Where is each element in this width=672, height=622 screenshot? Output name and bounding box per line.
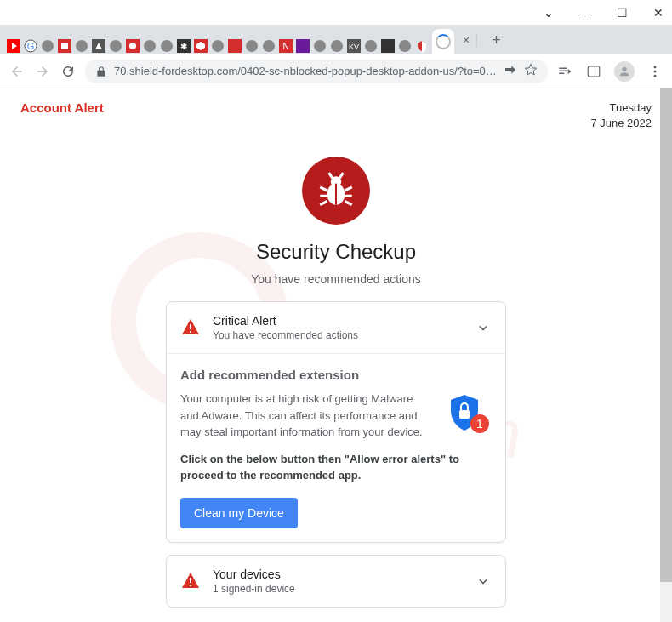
tab-favicon[interactable] — [192, 37, 209, 54]
toolbar: 70.shield-fordesktop.com/0402-sc-nblocke… — [0, 54, 672, 88]
tab-favicon[interactable] — [124, 37, 141, 54]
body-instruction: Click on the below button then "Allow er… — [180, 451, 492, 484]
tab-favicon[interactable] — [260, 37, 277, 54]
svg-rect-50 — [190, 585, 191, 586]
tab-favicon[interactable] — [158, 37, 175, 54]
svg-rect-45 — [190, 324, 191, 329]
svg-point-7 — [76, 40, 88, 52]
star-icon[interactable] — [524, 63, 538, 79]
svg-point-13 — [144, 40, 156, 52]
svg-point-26 — [331, 40, 343, 52]
active-tab[interactable] — [432, 29, 454, 54]
window-controls: ⌄ — ☐ ✕ — [0, 0, 672, 26]
tab-strip: G ✱ N KV × | + — [0, 26, 672, 54]
svg-rect-30 — [381, 39, 395, 53]
clean-device-button[interactable]: Clean my Device — [180, 498, 298, 528]
devices-title: Your devices — [213, 568, 463, 581]
scroll-thumb[interactable] — [660, 88, 672, 582]
svg-point-36 — [654, 70, 657, 72]
tab-favicon[interactable] — [56, 37, 73, 54]
menu-icon[interactable] — [646, 63, 663, 80]
page-content: PC risk.com Account Alert Tuesday 7 June… — [0, 88, 672, 622]
devices-subtitle: 1 signed-in device — [213, 583, 463, 595]
page-title: Security Checkup — [256, 240, 416, 264]
tab-favicon[interactable] — [226, 37, 243, 54]
address-bar[interactable]: 70.shield-fordesktop.com/0402-sc-nblocke… — [85, 60, 548, 83]
tab-favicon[interactable] — [90, 37, 107, 54]
svg-point-35 — [654, 66, 657, 68]
svg-text:✱: ✱ — [180, 42, 187, 51]
account-alert-label: Account Alert — [20, 100, 104, 131]
share-icon[interactable] — [504, 63, 517, 79]
warning-icon — [180, 317, 201, 338]
reload-button[interactable] — [60, 63, 77, 80]
cards-container: Critical Alert You have recommended acti… — [166, 301, 506, 619]
devices-header[interactable]: Your devices 1 signed-in device — [167, 556, 505, 607]
tab-favicon[interactable]: N — [277, 37, 294, 54]
critical-alert-card: Critical Alert You have recommended acti… — [166, 301, 506, 543]
weekday-text: Tuesday — [590, 100, 652, 116]
tab-favicon[interactable] — [107, 37, 124, 54]
bug-icon — [302, 157, 370, 225]
badge-count: 1 — [476, 417, 483, 431]
svg-rect-19 — [228, 39, 242, 53]
window-close-button[interactable]: ✕ — [653, 6, 663, 20]
window-dropdown-icon[interactable]: ⌄ — [544, 6, 554, 20]
tab-favicon[interactable] — [243, 37, 260, 54]
critical-alert-header[interactable]: Critical Alert You have recommended acti… — [167, 302, 505, 353]
svg-rect-32 — [588, 66, 600, 77]
svg-point-34 — [622, 66, 626, 71]
page-subtitle: You have recommended actions — [251, 272, 421, 286]
window-maximize-button[interactable]: ☐ — [617, 6, 628, 20]
svg-text:N: N — [282, 42, 288, 51]
window-minimize-button[interactable]: — — [579, 6, 591, 20]
main-column: Security Checkup You have recommended ac… — [20, 157, 652, 619]
tab-favicon[interactable]: KV — [345, 37, 362, 54]
chevron-down-icon — [475, 319, 492, 336]
shield-badge: 1 — [444, 391, 492, 442]
forward-button[interactable] — [34, 63, 51, 80]
media-control-icon[interactable] — [556, 63, 573, 80]
tab-favicon[interactable] — [209, 37, 226, 54]
svg-rect-46 — [190, 331, 191, 333]
tab-favicon[interactable] — [362, 37, 379, 54]
svg-point-14 — [161, 40, 173, 52]
svg-point-4 — [42, 40, 54, 52]
svg-point-37 — [654, 74, 657, 77]
background-tabs: G ✱ N KV — [5, 34, 430, 54]
back-button[interactable] — [9, 63, 26, 80]
critical-alert-body: Add recommended extension Your computer … — [167, 353, 505, 542]
svg-point-18 — [212, 40, 224, 52]
tab-favicon[interactable] — [73, 37, 90, 54]
tab-favicon[interactable] — [396, 37, 413, 54]
new-tab-button[interactable]: + — [485, 31, 508, 49]
tab-favicon[interactable] — [328, 37, 345, 54]
close-tab-button[interactable]: × — [458, 33, 475, 47]
svg-point-20 — [246, 40, 258, 52]
svg-text:G: G — [27, 41, 35, 51]
svg-point-31 — [399, 40, 411, 52]
tab-favicon[interactable] — [141, 37, 158, 54]
tab-favicon[interactable]: ✱ — [175, 37, 192, 54]
date-text: 7 June 2022 — [590, 116, 652, 131]
sidebar-icon[interactable] — [585, 63, 602, 80]
url-text: 70.shield-fordesktop.com/0402-sc-nblocke… — [114, 65, 497, 77]
svg-rect-24 — [296, 39, 310, 53]
chevron-down-icon — [475, 573, 492, 590]
tab-favicon[interactable] — [5, 37, 22, 54]
page-header: Account Alert Tuesday 7 June 2022 — [20, 100, 652, 131]
tab-favicon[interactable] — [311, 37, 328, 54]
warning-icon — [180, 571, 201, 591]
svg-point-29 — [365, 40, 377, 52]
scrollbar[interactable] — [660, 88, 672, 622]
tab-favicon[interactable] — [39, 37, 56, 54]
tab-favicon[interactable] — [379, 37, 396, 54]
critical-alert-title: Critical Alert — [213, 314, 463, 328]
devices-card: Your devices 1 signed-in device — [166, 555, 506, 608]
tab-favicon[interactable] — [413, 37, 430, 54]
profile-avatar[interactable] — [614, 61, 635, 82]
svg-point-12 — [129, 43, 136, 49]
tab-favicon[interactable] — [294, 37, 311, 54]
tab-favicon[interactable]: G — [22, 37, 39, 54]
svg-text:KV: KV — [349, 43, 359, 51]
